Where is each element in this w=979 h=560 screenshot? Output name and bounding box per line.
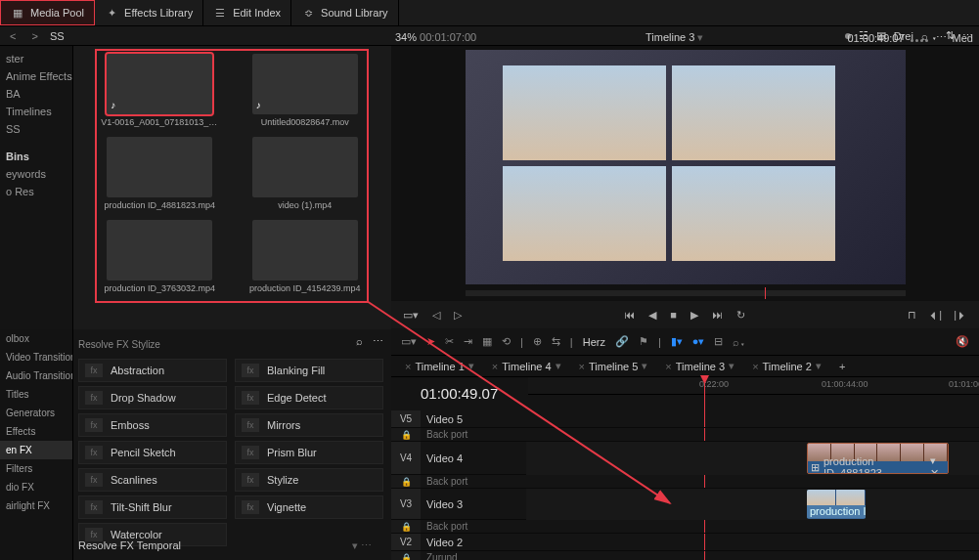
track-lane[interactable]: production ID_… (526, 489, 979, 520)
fx-preset[interactable]: fxScanlines (78, 468, 227, 492)
append-tool[interactable]: ⊕ (533, 335, 542, 348)
timeline-tab[interactable]: ×Timeline 2▾ (744, 358, 829, 374)
timeline-tab[interactable]: ×Timeline 1▾ (397, 358, 482, 374)
edit-index-tab[interactable]: ☰ Edit Index (203, 0, 291, 25)
lock-icon[interactable]: 🔒 (401, 477, 412, 487)
insert-tool[interactable]: ⇥ (464, 335, 472, 348)
loop-button[interactable]: ↻ (734, 307, 747, 323)
next-frame-button[interactable]: ⏭ (710, 307, 725, 323)
fx-category[interactable]: Effects (0, 422, 72, 441)
timeline-title[interactable]: Timeline 3 ▾ (645, 31, 703, 44)
smart-bin-item[interactable]: eywords (0, 165, 72, 183)
fx-preset[interactable]: fxVignette (235, 495, 383, 519)
media-pool-tab[interactable]: ▦ Media Pool (0, 0, 95, 25)
fx-preset[interactable]: fxDrop Shadow (78, 386, 227, 409)
bin-item[interactable]: BA (0, 85, 72, 103)
fx-category[interactable]: Video Transitions (0, 348, 72, 366)
fx-more-icon[interactable]: ⋯ (373, 335, 383, 348)
fx-search-icon[interactable]: ⌕ (356, 335, 363, 347)
marker-dot-icon[interactable]: ●▾ (692, 335, 705, 348)
timeline-tab[interactable]: ×Timeline 4▾ (484, 358, 569, 374)
lock-icon[interactable]: 🔒 (401, 553, 412, 561)
tab-menu-icon[interactable]: ▾ (642, 360, 647, 372)
marker-flag-icon[interactable]: ▮▾ (671, 335, 683, 348)
timeline-clip[interactable]: production ID_… (807, 490, 866, 519)
fx-category[interactable]: Titles (0, 385, 72, 404)
right-panel-label[interactable]: Med (953, 32, 973, 44)
play-button[interactable]: ▶ (689, 307, 700, 323)
fx-preset[interactable]: fxEmboss (78, 413, 227, 437)
viewer-scrub-bar[interactable] (466, 290, 906, 296)
fx-category[interactable]: en FX (0, 441, 72, 459)
blade-tool[interactable]: ✂ (445, 335, 454, 348)
close-tab-icon[interactable]: × (579, 361, 585, 372)
nudge-right-icon[interactable]: ▷ (452, 307, 464, 323)
tl-aspect-icon[interactable]: ▭▾ (401, 335, 417, 348)
fx-category[interactable]: olbox (0, 329, 72, 348)
fx-category[interactable]: Audio Transitions (0, 366, 72, 385)
bin-item[interactable]: Anime Effects (0, 67, 72, 85)
timeline-tab[interactable]: ×Timeline 3▾ (657, 358, 742, 374)
overwrite-tool[interactable]: ▦ (482, 335, 492, 348)
nav-back-button[interactable]: < (6, 30, 20, 42)
crop-icon[interactable]: ▭▾ (401, 307, 421, 323)
bin-item[interactable]: SS (0, 120, 72, 138)
stop-button[interactable]: ■ (668, 307, 679, 323)
timeline-clip[interactable]: ⊞production ID_4881823…▾ ✕ (807, 443, 949, 474)
close-tab-icon[interactable]: × (492, 361, 498, 372)
fx-preset[interactable]: fxPencil Sketch (78, 441, 227, 464)
timeline-ruler[interactable]: 0:22:0001:00:44:0001:01:06:00 (528, 377, 979, 395)
track-name[interactable]: Video 2 (421, 537, 526, 548)
viewer-more-icon[interactable]: ⋯ (936, 31, 947, 44)
timeline-tab[interactable]: ×Timeline 5▾ (571, 358, 656, 374)
bin-item[interactable]: ster (0, 50, 72, 67)
track-name[interactable]: Video 4 (421, 452, 526, 464)
fx-preset[interactable]: fxAbstraction (78, 359, 227, 382)
fx-preset[interactable]: fxMirrors (235, 413, 383, 437)
lock-icon[interactable]: 🔒 (401, 522, 412, 532)
prev-frame-button[interactable]: ◀ (646, 307, 658, 323)
fx-category[interactable]: airlight FX (0, 496, 72, 515)
mute-icon[interactable]: 🔇 (956, 335, 969, 348)
track-id[interactable]: V3 (391, 489, 421, 519)
mark-in-button[interactable]: ⏴| (926, 307, 944, 323)
link-icon[interactable]: 🔗 (615, 335, 629, 348)
tab-menu-icon[interactable]: ▾ (468, 360, 474, 372)
tab-menu-icon[interactable]: ▾ (729, 360, 734, 372)
track-name[interactable]: Video 5 (421, 413, 526, 425)
close-tab-icon[interactable]: × (665, 361, 671, 372)
nudge-left-icon[interactable]: ◁ (430, 307, 442, 323)
tl-search-icon[interactable]: ⌕▾ (733, 336, 746, 348)
fx-preset[interactable]: fxTilt-Shift Blur (78, 495, 227, 519)
track-id[interactable]: V4 (391, 442, 421, 474)
fx-category[interactable]: Generators (0, 404, 72, 422)
fx-preset[interactable]: fxStylize (235, 468, 383, 492)
track-id[interactable]: V2 (391, 534, 421, 550)
viewer-canvas[interactable] (466, 50, 906, 284)
fx-category[interactable]: dio FX (0, 478, 72, 496)
mark-out-button[interactable]: |⏵ (952, 307, 969, 323)
add-timeline-button[interactable]: + (831, 359, 853, 374)
fx-preset[interactable]: fxPrism Blur (235, 441, 383, 464)
ripple-tool[interactable]: ⇆ (552, 335, 560, 348)
fx-category[interactable]: Filters (0, 459, 72, 478)
close-tab-icon[interactable]: × (405, 361, 411, 372)
close-tab-icon[interactable]: × (752, 361, 758, 372)
fx-preset[interactable]: fxEdge Detect (235, 386, 383, 409)
track-name[interactable]: Video 3 (421, 498, 526, 510)
viewer-playhead[interactable] (765, 287, 766, 299)
replace-tool[interactable]: ⟲ (502, 335, 511, 348)
tab-menu-icon[interactable]: ▾ (556, 360, 561, 372)
lock-icon[interactable]: 🔒 (401, 430, 412, 440)
track-lane[interactable]: ⊞production ID_4881823…▾ ✕ (526, 442, 979, 475)
first-frame-button[interactable]: ⏮ (622, 307, 637, 323)
fx-collapse-icon[interactable]: ▾ ⋯ (352, 539, 372, 552)
smart-bin-item[interactable]: o Res (0, 183, 72, 200)
bin-item[interactable]: Timelines (0, 103, 72, 120)
clip-menu-icon[interactable]: ▾ ✕ (930, 454, 945, 474)
zoom-pct[interactable]: 34% (395, 31, 417, 43)
tab-menu-icon[interactable]: ▾ (816, 360, 822, 372)
selection-tool[interactable]: ➤ (426, 335, 435, 348)
sound-library-tab[interactable]: ≎ Sound Library (291, 0, 399, 25)
fx-preset[interactable]: fxBlanking Fill (235, 359, 383, 382)
